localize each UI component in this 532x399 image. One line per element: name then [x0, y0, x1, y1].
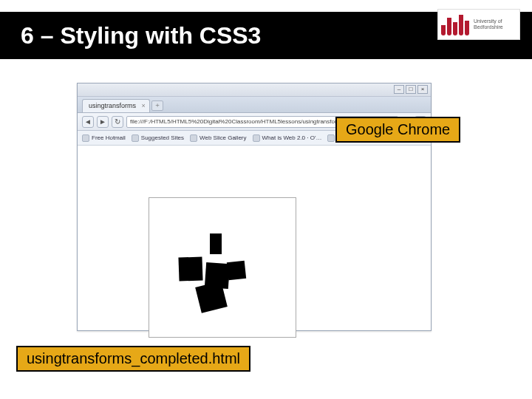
transformed-square	[178, 256, 202, 281]
reload-button[interactable]: ↻	[112, 116, 123, 128]
transform-demo-box	[149, 197, 296, 338]
bookmark-item[interactable]: What is Web 2.0 · O'…	[253, 134, 322, 142]
tab-close-icon[interactable]: ×	[140, 103, 146, 109]
favicon-icon	[132, 134, 139, 142]
bookmark-item[interactable]: Free Hotmail	[82, 134, 126, 142]
browser-titlebar: – □ ×	[78, 83, 431, 97]
forward-button[interactable]: ►	[97, 116, 109, 128]
favicon-icon	[82, 134, 89, 142]
window-close-button[interactable]: ×	[417, 85, 428, 94]
bookmark-label: Web Slice Gallery	[200, 134, 246, 141]
window-minimize-button[interactable]: –	[394, 85, 404, 94]
new-tab-button[interactable]: +	[151, 100, 163, 111]
bookmark-label: Free Hotmail	[92, 134, 126, 141]
window-maximize-button[interactable]: □	[406, 85, 416, 94]
university-logo: University of Bedfordshire	[437, 9, 520, 40]
favicon-icon	[253, 134, 260, 142]
university-logo-text: University of Bedfordshire	[474, 18, 516, 30]
bookmark-item[interactable]: Web Slice Gallery	[190, 134, 246, 142]
favicon-icon	[327, 134, 335, 142]
back-button[interactable]: ◄	[82, 116, 94, 128]
tab-strip: usingtransforms × +	[78, 97, 431, 113]
bookmark-label: Suggested Sites	[141, 134, 184, 141]
transformed-square	[210, 233, 222, 254]
annotation-google-chrome: Google Chrome	[335, 117, 460, 143]
university-logo-mark	[441, 13, 471, 35]
bookmark-item[interactable]: Suggested Sites	[132, 134, 184, 142]
browser-tab[interactable]: usingtransforms ×	[82, 99, 150, 112]
annotation-filename: usingtransforms_completed.html	[16, 346, 250, 372]
slide-title: 6 – Styling with CSS3	[21, 22, 261, 50]
page-viewport	[78, 146, 431, 330]
transformed-square	[227, 261, 246, 280]
bookmark-label: What is Web 2.0 · O'…	[262, 134, 322, 141]
tab-title: usingtransforms	[89, 102, 136, 109]
favicon-icon	[190, 134, 197, 142]
